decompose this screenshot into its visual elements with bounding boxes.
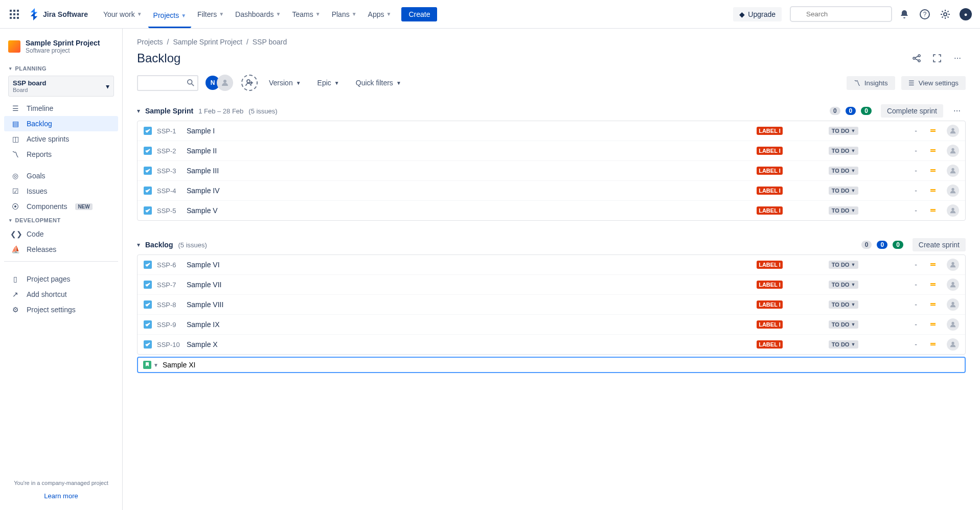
create-button[interactable]: Create [401, 7, 437, 21]
issue-status[interactable]: TO DO ▼ [829, 281, 859, 289]
complete-sprint-button[interactable]: Complete sprint [881, 104, 943, 118]
version-filter[interactable]: Version▼ [264, 76, 306, 90]
issue-row[interactable]: SSP-9Sample IXLABEL ITO DO ▼- [138, 315, 965, 335]
todo-count-badge[interactable]: 0 [830, 107, 840, 115]
create-issue-row[interactable]: ▼ [137, 357, 966, 373]
issue-label[interactable]: LABEL I [757, 167, 783, 175]
global-search-input[interactable] [790, 6, 892, 22]
issue-status[interactable]: TO DO ▼ [829, 187, 859, 195]
sprint-more-icon[interactable]: ⋯ [948, 104, 966, 118]
planning-section[interactable]: ▾PLANNING [4, 62, 118, 75]
issue-status[interactable]: TO DO ▼ [829, 127, 859, 135]
sidebar-item-components[interactable]: ⦿ComponentsNEW [4, 199, 118, 214]
board-selector[interactable]: SSP board Board ▾ [8, 76, 114, 97]
profile-avatar[interactable]: ● [958, 6, 974, 22]
issue-row[interactable]: SSP-1Sample ILABEL ITO DO ▼- [138, 121, 965, 141]
insights-button[interactable]: 〽Insights [847, 76, 895, 90]
issue-label[interactable]: LABEL I [757, 147, 783, 155]
jira-logo[interactable]: Jira Software [25, 8, 92, 20]
issue-label[interactable]: LABEL I [757, 340, 783, 349]
nav-teams[interactable]: Teams▼ [287, 7, 326, 21]
issue-row[interactable]: SSP-4Sample IVLABEL ITO DO ▼- [138, 181, 965, 201]
issue-label[interactable]: LABEL I [757, 127, 783, 135]
issue-status[interactable]: TO DO ▼ [829, 340, 859, 349]
app-switcher-icon[interactable] [6, 6, 22, 22]
help-icon[interactable]: ? [917, 6, 933, 22]
nav-projects[interactable]: Projects▼ [148, 8, 191, 28]
issue-row[interactable]: SSP-5Sample VLABEL ITO DO ▼- [138, 201, 965, 220]
todo-count-badge[interactable]: 0 [861, 241, 872, 249]
assignee-empty-icon[interactable] [947, 338, 959, 351]
sidebar-item-code[interactable]: ❮❯Code [4, 226, 118, 242]
settings-icon[interactable] [937, 6, 953, 22]
sidebar-item-releases[interactable]: ⛵Releases [4, 242, 118, 257]
sidebar-item-project-settings[interactable]: ⚙Project settings [4, 302, 118, 317]
issue-label[interactable]: LABEL I [757, 261, 783, 269]
issue-type-selector[interactable]: ▼ [143, 361, 158, 369]
issue-status[interactable]: TO DO ▼ [829, 206, 859, 215]
development-section[interactable]: ▾DEVELOPMENT [4, 214, 118, 226]
inprogress-count-badge[interactable]: 0 [877, 241, 887, 249]
epic-filter[interactable]: Epic▼ [312, 76, 345, 90]
upgrade-button[interactable]: ◆ Upgrade [733, 7, 782, 21]
fullscreen-icon[interactable] [929, 50, 945, 66]
issue-row[interactable]: SSP-3Sample IIILABEL ITO DO ▼- [138, 161, 965, 181]
collapse-caret-icon[interactable]: ▾ [137, 107, 140, 114]
sidebar-item-add-shortcut[interactable]: ↗Add shortcut [4, 287, 118, 302]
inprogress-count-badge[interactable]: 0 [846, 107, 856, 115]
issue-status[interactable]: TO DO ▼ [829, 261, 859, 269]
breadcrumb-project[interactable]: Sample Sprint Project [173, 38, 242, 46]
sidebar-item-timeline[interactable]: ☰Timeline [4, 101, 118, 116]
issue-row[interactable]: SSP-10Sample XLABEL ITO DO ▼- [138, 335, 965, 354]
share-icon[interactable] [908, 50, 925, 66]
nav-plans[interactable]: Plans▼ [327, 7, 362, 21]
view-settings-button[interactable]: ☰View settings [901, 76, 966, 90]
issue-label[interactable]: LABEL I [757, 300, 783, 309]
nav-your-work[interactable]: Your work▼ [98, 7, 147, 21]
issue-status[interactable]: TO DO ▼ [829, 320, 859, 329]
assignee-empty-icon[interactable] [947, 125, 959, 137]
issue-status[interactable]: TO DO ▼ [829, 167, 859, 175]
assignee-empty-icon[interactable] [947, 259, 959, 271]
quick-filters[interactable]: Quick filters▼ [351, 76, 406, 90]
breadcrumb-projects[interactable]: Projects [137, 38, 163, 46]
unassigned-avatar[interactable] [217, 75, 233, 91]
issue-row[interactable]: SSP-2Sample IILABEL ITO DO ▼- [138, 141, 965, 161]
issue-label[interactable]: LABEL I [757, 206, 783, 215]
sidebar-item-active-sprints[interactable]: ◫Active sprints [4, 131, 118, 147]
assignee-empty-icon[interactable] [947, 204, 959, 217]
create-sprint-button[interactable]: Create sprint [913, 238, 966, 251]
assignee-empty-icon[interactable] [947, 184, 959, 197]
add-people-button[interactable] [241, 75, 258, 91]
nav-apps[interactable]: Apps▼ [363, 7, 397, 21]
notifications-icon[interactable] [896, 6, 913, 22]
issue-label[interactable]: LABEL I [757, 281, 783, 289]
sidebar-item-project-pages[interactable]: ▯Project pages [4, 271, 118, 287]
sidebar-item-reports[interactable]: 〽Reports [4, 147, 118, 162]
issue-row[interactable]: SSP-8Sample VIIILABEL ITO DO ▼- [138, 295, 965, 315]
collapse-caret-icon[interactable]: ▾ [137, 241, 140, 248]
issue-status[interactable]: TO DO ▼ [829, 147, 859, 155]
sidebar-item-backlog[interactable]: ▤Backlog [4, 116, 118, 131]
assignee-empty-icon[interactable] [947, 145, 959, 157]
issue-status[interactable]: TO DO ▼ [829, 300, 859, 309]
nav-dashboards[interactable]: Dashboards▼ [230, 7, 286, 21]
assignee-empty-icon[interactable] [947, 318, 959, 331]
sidebar-item-issues[interactable]: ☑Issues [4, 183, 118, 199]
assignee-empty-icon[interactable] [947, 279, 959, 291]
issue-row[interactable]: SSP-7Sample VIILABEL ITO DO ▼- [138, 275, 965, 295]
breadcrumb-board[interactable]: SSP board [253, 38, 287, 46]
assignee-empty-icon[interactable] [947, 298, 959, 311]
issue-label[interactable]: LABEL I [757, 187, 783, 195]
more-icon[interactable]: ⋯ [949, 50, 966, 66]
issue-row[interactable]: SSP-6Sample VILABEL ITO DO ▼- [138, 255, 965, 275]
done-count-badge[interactable]: 0 [861, 107, 872, 115]
assignee-empty-icon[interactable] [947, 165, 959, 177]
done-count-badge[interactable]: 0 [893, 241, 903, 249]
new-issue-input[interactable] [163, 361, 960, 369]
learn-more-link[interactable]: Learn more [4, 490, 118, 502]
project-header[interactable]: Sample Sprint Project Software project [4, 37, 118, 62]
sidebar-item-goals[interactable]: ◎Goals [4, 168, 118, 183]
issue-label[interactable]: LABEL I [757, 320, 783, 329]
nav-filters[interactable]: Filters▼ [192, 7, 229, 21]
